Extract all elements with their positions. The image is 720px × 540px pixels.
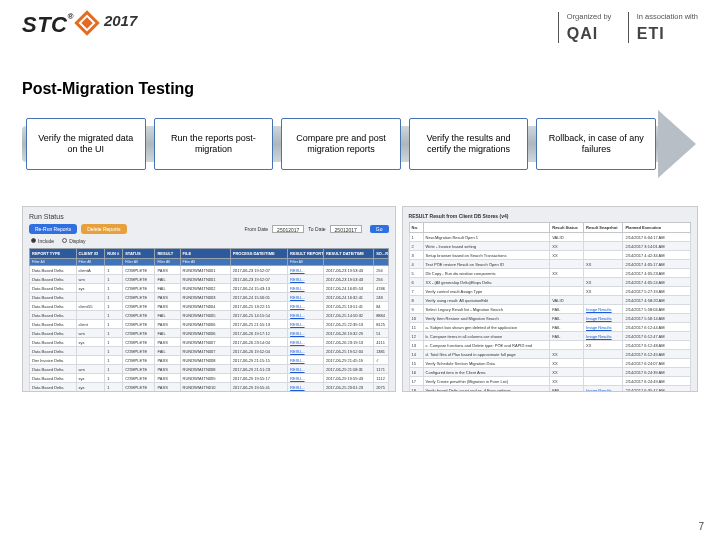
table-cell: RUNDWM4TN005 bbox=[180, 311, 230, 320]
table-cell: RESU... bbox=[288, 347, 324, 356]
go-button[interactable]: Go bbox=[370, 225, 389, 233]
table-row[interactable]: Data Based Deltaxyz1COMPLETEFAILRUNDWM4T… bbox=[30, 284, 389, 293]
table-cell: RUNDWM4TN006 bbox=[180, 329, 230, 338]
table-row[interactable]: Data Based Deltawm1COMPLETEFAILRUNDWM4TN… bbox=[30, 329, 389, 338]
table-row[interactable]: 7Verify control result Assign TypeXX2/14… bbox=[409, 287, 690, 296]
table-cell: 2017-06-29 19:15:07 bbox=[230, 392, 287, 393]
table-cell: RESU... bbox=[288, 392, 324, 393]
table-row[interactable]: Data Based Deltawm1COMPLETEFAILRUNDWM4TN… bbox=[30, 275, 389, 284]
table-row[interactable]: Data Based Deltaxyz1COMPLETEPASSRUNDWM4T… bbox=[30, 383, 389, 392]
table-cell: 2/14/2017 4:58:20 AM bbox=[623, 296, 691, 305]
table-cell: Data Based Delta bbox=[30, 392, 77, 393]
col-filter[interactable] bbox=[374, 259, 388, 266]
col-header[interactable]: No. bbox=[409, 223, 423, 233]
table-row[interactable]: 4Test POE restore Result on Search Open … bbox=[409, 260, 690, 269]
col-header[interactable]: RESULT REPORT bbox=[288, 249, 324, 259]
table-cell: FAIL bbox=[155, 392, 180, 393]
organized-by-label: Organized by bbox=[567, 12, 612, 21]
table-cell: 2017-06-24 15:43:13 bbox=[230, 284, 287, 293]
table-cell: 294 bbox=[374, 266, 388, 275]
col-filter[interactable]: Filter All bbox=[76, 259, 105, 266]
table-row[interactable]: 5Db Copy - Run dw window componentsXX2/1… bbox=[409, 269, 690, 278]
table-row[interactable]: Data Based Deltaxyz1COMPLETEPASSRUNDWM4T… bbox=[30, 374, 389, 383]
col-filter[interactable]: Filter All bbox=[180, 259, 230, 266]
table-row[interactable]: Data Based Deltawm1COMPLETEPASSRUNDWM4TN… bbox=[30, 365, 389, 374]
table-row[interactable]: 1New-Migration Result Open 1VALID2/14/20… bbox=[409, 233, 690, 242]
table-row[interactable]: 13 c. Compare functions and Delete type:… bbox=[409, 341, 690, 350]
table-cell bbox=[584, 368, 623, 377]
table-cell: Dev Invoice Delta bbox=[30, 356, 77, 365]
col-header[interactable]: REPORT TYPE bbox=[30, 249, 77, 259]
assoc-name: ETI bbox=[637, 25, 665, 43]
table-row[interactable]: 17Verify Create prewithin (Migration in … bbox=[409, 377, 690, 386]
col-header[interactable]: Result Snapshot bbox=[584, 223, 623, 233]
table-cell: COMPLETE bbox=[123, 266, 155, 275]
table-cell: XX bbox=[550, 242, 584, 251]
col-header[interactable]: FILE bbox=[180, 249, 230, 259]
table-row[interactable]: Dev Invoice Delta1COMPLETEPASSRUNDWM4TN0… bbox=[30, 356, 389, 365]
from-date-field[interactable]: 25012017 bbox=[272, 225, 304, 233]
header-bar: STC® 2017 Organized by QAI In associatio… bbox=[22, 12, 698, 58]
table-row[interactable]: Data Based Deltawm1COMPLETEFAILRUNDWM4TN… bbox=[30, 392, 389, 393]
col-header[interactable] bbox=[423, 223, 550, 233]
brand-text: STC® bbox=[22, 12, 74, 38]
col-header[interactable]: Result Status bbox=[550, 223, 584, 233]
table-cell: RUNDWM4TN008 bbox=[180, 365, 230, 374]
col-header[interactable]: RESULT DATE/TIME bbox=[323, 249, 373, 259]
table-row[interactable]: 11 a. Subject box shown gen deleted of t… bbox=[409, 323, 690, 332]
col-filter[interactable] bbox=[230, 259, 287, 266]
col-header[interactable]: RUN # bbox=[105, 249, 123, 259]
delete-button[interactable]: Delete Reports bbox=[81, 224, 126, 234]
rerun-button[interactable]: Re-Run Reports bbox=[29, 224, 77, 234]
table-row[interactable]: Data Based Delta1COMPLETEFAILRUNDWM4TN00… bbox=[30, 311, 389, 320]
table-row[interactable]: 18Verify based Delta count and re- if Er… bbox=[409, 386, 690, 393]
to-date-field[interactable]: 25012017 bbox=[330, 225, 362, 233]
col-header[interactable]: RESULT bbox=[155, 249, 180, 259]
col-filter[interactable]: Filter All bbox=[288, 259, 324, 266]
table-cell: Data Based Delta bbox=[30, 302, 77, 311]
radio-display[interactable]: Display bbox=[62, 238, 85, 244]
col-header[interactable]: STATUS bbox=[123, 249, 155, 259]
page-title: Post-Migration Testing bbox=[22, 80, 698, 98]
col-filter[interactable]: Filter All bbox=[30, 259, 77, 266]
col-header[interactable]: SO...REC bbox=[374, 249, 388, 259]
table-row[interactable]: 15Verify Schedule Section Migration Data… bbox=[409, 359, 690, 368]
table-row[interactable]: 14 d. Total files of Plan based in appro… bbox=[409, 350, 690, 359]
table-cell: 1 bbox=[105, 374, 123, 383]
table-row[interactable]: 10Verify Item Restore and Migration Sear… bbox=[409, 314, 690, 323]
table-row[interactable]: Data Based Delta1COMPLETEPASSRUNDWM4TN00… bbox=[30, 293, 389, 302]
table-cell: 1112 bbox=[374, 374, 388, 383]
table-cell: PASS bbox=[155, 293, 180, 302]
col-header[interactable]: CLIENT ID bbox=[76, 249, 105, 259]
col-filter[interactable]: Filter All bbox=[155, 259, 180, 266]
table-cell: 2/14/2017 6:12:44 AM bbox=[623, 323, 691, 332]
table-row[interactable]: 2Write - Invoice based settingXX2/14/201… bbox=[409, 242, 690, 251]
table-cell: 2017-06-23 19:53:43 bbox=[323, 266, 373, 275]
table-row[interactable]: Data Based Deltaclient551COMPLETEPASSRUN… bbox=[30, 302, 389, 311]
col-filter[interactable] bbox=[105, 259, 123, 266]
table-cell: FAIL bbox=[550, 332, 584, 341]
table-cell: 2075 bbox=[374, 383, 388, 392]
col-filter[interactable]: Filter All bbox=[123, 259, 155, 266]
radio-include[interactable]: Include bbox=[31, 238, 54, 244]
table-row[interactable]: Data Based Deltaclient1COMPLETEPASSRUNDW… bbox=[30, 320, 389, 329]
table-row[interactable]: 3Setup browser based on Search Transacti… bbox=[409, 251, 690, 260]
table-cell: RUNDWM4TN009 bbox=[180, 374, 230, 383]
table-cell: Image Results bbox=[584, 305, 623, 314]
table-row[interactable]: 9Select Legacy Result list - Migration S… bbox=[409, 305, 690, 314]
table-row[interactable]: Data Based Delta1COMPLETEFAILRUNDWM4TN00… bbox=[30, 347, 389, 356]
col-header[interactable]: Planned Execution bbox=[623, 223, 691, 233]
table-row[interactable]: 16Configured item in the Client AreaXX2/… bbox=[409, 368, 690, 377]
table-row[interactable]: 12 b. Compare items in all columns are s… bbox=[409, 332, 690, 341]
col-header[interactable]: PROCESS DATE/TIME bbox=[230, 249, 287, 259]
table-cell: 2017-06-29 21:45:19 bbox=[323, 356, 373, 365]
table-cell: 4786 bbox=[374, 284, 388, 293]
table-cell: RUNDWM4TN001 bbox=[180, 275, 230, 284]
table-cell: RESU... bbox=[288, 374, 324, 383]
table-row[interactable]: Data Based DeltaclientA1COMPLETEPASSRUND… bbox=[30, 266, 389, 275]
run-status-title: Run Status bbox=[29, 213, 389, 220]
table-row[interactable]: 8Verify using result: All quotationEditV… bbox=[409, 296, 690, 305]
table-row[interactable]: 6XX - (All generalop Delta)Elops DeltaXX… bbox=[409, 278, 690, 287]
col-filter[interactable] bbox=[323, 259, 373, 266]
table-row[interactable]: Data Based Deltaxyz1COMPLETEPASSRUNDWM4T… bbox=[30, 338, 389, 347]
